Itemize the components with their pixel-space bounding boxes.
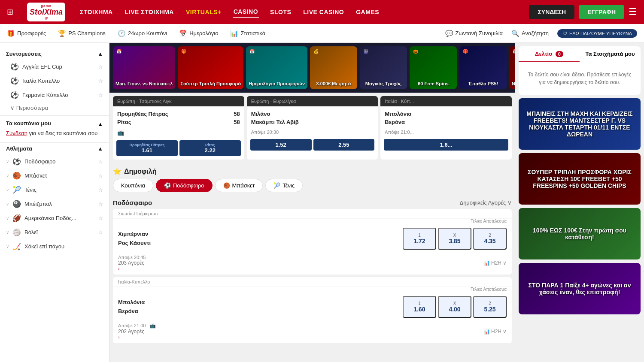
popular-match-0-odd-x[interactable]: X 3.85 bbox=[438, 228, 471, 250]
odd-btn-0-1[interactable]: Προμηθέας Πάτρας 1.61 bbox=[116, 140, 178, 156]
sport-volleyball-star[interactable]: ☆ bbox=[98, 229, 103, 235]
login-button[interactable]: ΣΥΝΔΕΣΗ bbox=[529, 5, 574, 19]
promo-card-7[interactable]: 📅 Νικητής Εβδομάδας bbox=[509, 46, 515, 89]
sport-item-hockey[interactable]: ∨ 🏒 Χόκεϊ επί πάγου bbox=[0, 239, 109, 253]
live-match-0-team2: Ρίτας bbox=[117, 119, 131, 125]
sport-baseball-star[interactable]: ☆ bbox=[98, 201, 103, 207]
popular-match-0-odd-2[interactable]: 2 4.35 bbox=[473, 228, 507, 250]
top-navigation: ⊞ game StoiXima .gr ΣΤΟΙΧΗΜΑ LIVE ΣΤΟΙΧΗ… bbox=[0, 0, 644, 24]
shortcuts-header[interactable]: Συντομεύσεις ▲ bbox=[0, 48, 109, 60]
sport-am-football-star[interactable]: ☆ bbox=[98, 215, 103, 221]
popular-match-1-h2h[interactable]: 📊 H2H ∨ bbox=[483, 329, 507, 335]
promo-card-2[interactable]: 📅 Ημερολόγιο Προσφορών bbox=[246, 46, 307, 89]
register-button[interactable]: ΕΓΓΡΑΦΗ bbox=[579, 5, 624, 19]
tab-basketball[interactable]: 🏀 Μπάσκετ bbox=[215, 179, 263, 192]
odd-label-0-1: Προμηθέας Πάτρας bbox=[116, 143, 178, 147]
sidebar-item-italy-cup[interactable]: ⚽ Ιταλία Κυπελλο ☆ bbox=[0, 74, 109, 88]
nav-live-casino[interactable]: LIVE CASINO bbox=[302, 7, 345, 17]
nav-virtuals[interactable]: VIRTUALS+ bbox=[185, 7, 222, 17]
popular-match-0-h2h[interactable]: 📊 H2H ∨ bbox=[483, 260, 507, 266]
betslip-tab-deltio[interactable]: Δελτίο 0 bbox=[519, 46, 580, 62]
promo-card-1[interactable]: 🎁 Σούπερ Τριπλή Προσφορά bbox=[178, 46, 243, 89]
promo-banner-bonus[interactable]: 100% ΕΩΣ 100€ Στην πρώτη σου κατάθεση! bbox=[519, 208, 641, 259]
live-match-2-team1: Μπολόνια bbox=[385, 111, 411, 117]
sec-nav-search[interactable]: 🔍 Αναζήτηση bbox=[511, 30, 549, 37]
odd-btn-1-1[interactable]: 1.52 bbox=[250, 139, 312, 151]
sidebar-more[interactable]: ∨ Περισσότερα bbox=[0, 102, 109, 114]
sport-item-football[interactable]: ∨ ⚽ Ποδόσφαιρο ☆ bbox=[0, 154, 109, 169]
sec-nav-stats[interactable]: 📊 Στατιστικά bbox=[230, 30, 265, 37]
popular-match-0-odd-1[interactable]: 1 1.72 bbox=[403, 228, 436, 250]
popular-match-1-odd-1[interactable]: 1 1.60 bbox=[403, 296, 436, 318]
tab-tennis[interactable]: 🎾 Τένις bbox=[265, 179, 303, 192]
sport-tennis-star[interactable]: ☆ bbox=[98, 187, 103, 193]
odd-btn-2-1[interactable]: 1.6... bbox=[384, 139, 508, 151]
h2h-label: H2H bbox=[491, 260, 501, 266]
sidebar-item-germany-cup[interactable]: ⚽ Γερμανία Κύπελλο ☆ bbox=[0, 88, 109, 102]
hamburger-icon[interactable]: ☰ bbox=[629, 6, 637, 18]
promo-banner-ps[interactable]: ΜΠΑΙΝΕΙΣ ΣΤΗ ΜΑΧΗ ΚΑΙ ΚΕΡΔΙΖΕΙΣ FREEBETS… bbox=[519, 98, 641, 150]
sport-baseball-label: Μπέιζμπολ bbox=[24, 201, 52, 207]
promo-card-6[interactable]: 🎁 Έπαθλο PS5! bbox=[459, 46, 507, 89]
grid-icon[interactable]: ⊞ bbox=[7, 7, 13, 17]
nav-slots[interactable]: SLOTS bbox=[269, 7, 292, 17]
sport-item-basketball[interactable]: ∨ 🏀 Μπάσκετ ☆ bbox=[0, 169, 109, 183]
sec-nav-calendar[interactable]: 📅 Ημερολόγιο bbox=[179, 30, 218, 37]
sidebar-item-england-efl[interactable]: ⚽ Αγγλία EFL Cup ☆ bbox=[0, 60, 109, 74]
nav-right: ΣΥΝΔΕΣΗ ΕΓΓΡΑΦΗ ☰ bbox=[529, 5, 637, 19]
popular-match-0-odd-2-val: 4.35 bbox=[481, 238, 499, 244]
odd-btn-0-2[interactable]: Ρίτας 2.22 bbox=[179, 140, 241, 156]
promo-card-0[interactable]: 📅 Man. Γιουν. vs Νιούκαστλ bbox=[113, 46, 175, 89]
star-icon-1[interactable]: ☆ bbox=[98, 64, 103, 70]
star-icon-3[interactable]: ☆ bbox=[98, 92, 103, 98]
promo-card-5[interactable]: 🎃 60 Free Spins bbox=[410, 46, 457, 89]
live-match-0-body: Προμηθέας Πάτρας 58 Ρίτας 58 bbox=[113, 106, 244, 130]
betslip-tab-deltio-label: Δελτίο bbox=[535, 51, 552, 57]
odd-btn-1-2[interactable]: 2.55 bbox=[313, 139, 375, 151]
popular-match-1-odd-2[interactable]: 2 5.25 bbox=[473, 296, 507, 318]
popular-match-0-markets[interactable]: 203 Αγορές bbox=[118, 260, 150, 266]
sec-nav-pschampions[interactable]: 🏆 PS Champions bbox=[58, 30, 106, 37]
tab-football[interactable]: ⚽ Ποδόσφαιρο bbox=[156, 179, 213, 192]
promo-banner-para[interactable]: ΣΤΟ ΠΑΡΑ 1 Παίξε 4+ αγώνες και αν χάσεις… bbox=[519, 263, 641, 314]
live-match-1-team2: Μακάμπι Τελ Αβίβ bbox=[251, 119, 299, 125]
popular-match-0-result-label: Τελικό Αποτελεσμα bbox=[471, 219, 507, 223]
sport-basketball-star[interactable]: ☆ bbox=[98, 173, 103, 179]
live-match-1-time: Απόψε 20:30 bbox=[247, 130, 378, 136]
nav-stoixima[interactable]: ΣΤΟΙΧΗΜΑ bbox=[79, 7, 114, 17]
popular-match-1-odd-x[interactable]: X 4.00 bbox=[438, 296, 471, 318]
star-icon-2[interactable]: ☆ bbox=[98, 78, 103, 84]
odd-val-0-2: 2.22 bbox=[205, 147, 216, 154]
sports-header[interactable]: Αθλήματα ▲ bbox=[0, 143, 109, 154]
live-match-1: Ευρώπη - Ευρωλίγκα Μιλάνο Μακάμπι Τελ Αβ… bbox=[247, 96, 378, 160]
popular-markets-sort[interactable]: Δημοφιλείς Αγορές ∨ bbox=[459, 199, 512, 206]
sec-nav-coupon[interactable]: 🕐 24ωρο Κουπόνι bbox=[118, 30, 167, 37]
live-match-2-odds: 1.6... bbox=[380, 139, 512, 154]
sport-item-tennis[interactable]: ∨ 🎾 Τένις ☆ bbox=[0, 183, 109, 197]
sport-football-caret: ∨ bbox=[6, 159, 9, 164]
sport-football-star[interactable]: ☆ bbox=[98, 159, 103, 165]
nav-live-stoixima[interactable]: LIVE ΣΤΟΙΧΗΜΑ bbox=[124, 7, 175, 17]
betslip-empty-text: Το δελτίο σου είναι άδειο. Πρόσθεσε επιλ… bbox=[519, 62, 641, 95]
promo-card-4[interactable]: 🎡 Μαγικός Τροχός bbox=[360, 46, 407, 89]
sport-tennis-caret: ∨ bbox=[6, 187, 9, 192]
sec-nav-chat[interactable]: 💬 Ζωντανή Συνομιλία bbox=[445, 30, 503, 37]
popular-match-1-markets[interactable]: 202 Αγορές bbox=[118, 329, 158, 335]
promo-card-3[interactable]: 💰 3.000€ Μετρητά bbox=[310, 46, 357, 89]
tab-basketball-icon: 🏀 bbox=[223, 182, 230, 189]
popular-match-0-markets-arrow[interactable]: › bbox=[118, 266, 120, 271]
tab-football-label: Ποδόσφαιρο bbox=[173, 182, 204, 189]
sport-item-baseball[interactable]: ∨ 🎱 Μπέιζμπολ ☆ bbox=[0, 197, 109, 211]
promo-banner-triple[interactable]: ΣΟΥΠΕΡ ΤΡΙΠΛΗ ΠΡΟΣΦΟΡΑ ΧΩΡΙΣ ΚΑΤΑΣΕΣΗ 10… bbox=[519, 153, 641, 205]
sport-item-volleyball[interactable]: ∨ 🏐 Βόλεϊ ☆ bbox=[0, 225, 109, 239]
popular-match-1-markets-arrow[interactable]: › bbox=[118, 335, 120, 340]
sec-nav-offers[interactable]: 🎁 Προσφορές bbox=[7, 30, 46, 37]
nav-games[interactable]: GAMES bbox=[355, 7, 380, 17]
sport-item-american-football[interactable]: ∨ 🏈 Αμερικάνικο Ποδός... ☆ bbox=[0, 211, 109, 225]
sport-hockey-caret: ∨ bbox=[6, 244, 9, 249]
betslip-tab-mybets[interactable]: Τα Στοιχήματά μου bbox=[580, 46, 641, 62]
logo[interactable]: game StoiXima .gr bbox=[27, 3, 65, 21]
nav-casino[interactable]: CASINO bbox=[233, 6, 259, 18]
coupon-login-link[interactable]: Σύνδεση bbox=[6, 130, 27, 136]
tab-coupons[interactable]: Κουπόνια bbox=[113, 179, 153, 192]
